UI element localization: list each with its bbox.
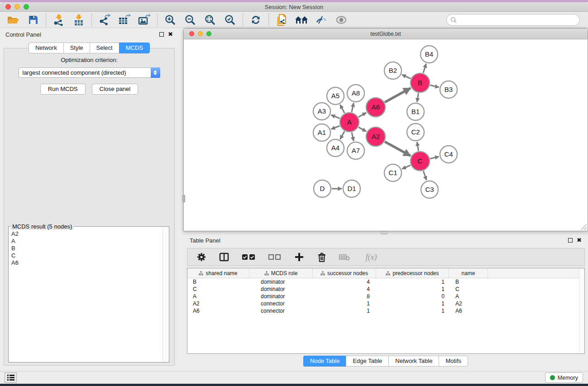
import-network-button[interactable] xyxy=(52,14,66,26)
graph-node-C3[interactable]: C3 xyxy=(421,181,438,198)
import-table-button[interactable] xyxy=(72,14,86,26)
graph-edge-A-A5[interactable] xyxy=(340,105,344,113)
graph-edge-C-C1[interactable] xyxy=(402,165,411,169)
graph-node-A1[interactable]: A1 xyxy=(313,124,330,141)
tab-style[interactable]: Style xyxy=(63,43,90,53)
graph-node-A7[interactable]: A7 xyxy=(347,142,364,159)
task-history-button[interactable] xyxy=(5,372,17,383)
graph-node-A3[interactable]: A3 xyxy=(313,103,330,120)
mcds-result-item[interactable]: A2 xyxy=(10,230,162,238)
show-columns-button[interactable] xyxy=(218,251,230,263)
zoom-in-button[interactable] xyxy=(163,14,177,26)
graph-edge-A-A3[interactable] xyxy=(331,115,339,119)
unselect-all-button[interactable] xyxy=(267,251,282,263)
panel-splitter-handle[interactable] xyxy=(381,231,387,234)
table-row[interactable]: A6connector11A6 xyxy=(187,307,584,315)
export-network-button[interactable] xyxy=(98,14,111,26)
close-panel-button[interactable]: Close panel xyxy=(92,84,139,95)
zoom-fit-button[interactable] xyxy=(203,14,217,26)
zoom-selected-button[interactable] xyxy=(223,14,237,26)
column-header-successor-nodes[interactable]: successor nodes xyxy=(313,268,376,278)
column-header-predecessor-nodes[interactable]: predecessor nodes xyxy=(376,268,449,278)
table-settings-gear-button[interactable] xyxy=(196,251,207,263)
graph-node-B[interactable]: B xyxy=(411,73,430,92)
close-table-panel-icon[interactable]: ✖ xyxy=(577,238,582,243)
graph-edge-A-A6[interactable] xyxy=(359,113,366,117)
graph-node-C1[interactable]: C1 xyxy=(384,164,402,181)
graph-node-D1[interactable]: D1 xyxy=(343,180,360,197)
open-session-button[interactable] xyxy=(6,14,20,26)
graph-edge-A-A4[interactable] xyxy=(340,131,345,139)
column-header-shared-name[interactable]: shared name xyxy=(187,268,249,278)
graph-edge-C-C4[interactable] xyxy=(430,157,439,159)
window-side-handle[interactable] xyxy=(182,195,185,202)
optimization-criterion-select[interactable]: largest connected component (directed) xyxy=(19,67,160,78)
float-panel-icon[interactable] xyxy=(159,32,164,37)
memory-button[interactable]: Memory xyxy=(545,372,583,383)
function-builder-button[interactable]: f(x) xyxy=(361,251,381,263)
close-panel-icon[interactable]: ✖ xyxy=(168,32,173,37)
tab-node-table[interactable]: Node Table xyxy=(303,356,346,367)
add-column-button[interactable] xyxy=(293,251,305,263)
home-button[interactable] xyxy=(295,14,308,26)
graph-edge-A-A8[interactable] xyxy=(352,103,354,112)
graph-edge-A-A7[interactable] xyxy=(352,132,354,141)
graph-node-B3[interactable]: B3 xyxy=(440,81,457,98)
table-scrollbar[interactable] xyxy=(579,268,584,353)
run-mcds-button[interactable]: Run MCDS xyxy=(40,84,86,95)
result-list-scrollbar[interactable] xyxy=(163,227,168,362)
graph-node-C4[interactable]: C4 xyxy=(440,146,457,163)
graph-edge-C-C2[interactable] xyxy=(417,142,418,151)
graph-node-C2[interactable]: C2 xyxy=(407,124,424,141)
tab-select[interactable]: Select xyxy=(90,43,119,53)
delete-column-button[interactable] xyxy=(316,251,328,263)
graph-node-A[interactable]: A xyxy=(340,113,359,132)
tab-network-table[interactable]: Network Table xyxy=(388,356,439,367)
tab-motifs[interactable]: Motifs xyxy=(439,356,468,367)
graph-node-B4[interactable]: B4 xyxy=(421,46,438,63)
graph-edge-A6-B[interactable] xyxy=(385,88,411,102)
select-all-button[interactable] xyxy=(241,251,256,263)
graph-edge-A2-C[interactable] xyxy=(385,142,411,156)
graph-edge-B-B2[interactable] xyxy=(402,75,411,79)
show-hide-eye-button[interactable] xyxy=(335,14,348,26)
float-table-panel-icon[interactable] xyxy=(568,238,573,243)
graph-node-A4[interactable]: A4 xyxy=(327,139,344,157)
graph-edge-B-B1[interactable] xyxy=(417,93,418,102)
search-input[interactable] xyxy=(446,14,580,26)
copy-network-button[interactable] xyxy=(275,14,288,26)
graph-node-A6[interactable]: A6 xyxy=(366,98,385,117)
graph-node-B1[interactable]: B1 xyxy=(407,103,424,120)
export-table-button[interactable] xyxy=(118,14,131,26)
zoom-out-button[interactable] xyxy=(183,14,197,26)
window-resize-grip[interactable] xyxy=(581,224,587,230)
refresh-layout-button[interactable] xyxy=(249,14,263,26)
graph-edge-A-A1[interactable] xyxy=(331,126,340,129)
tab-edge-table[interactable]: Edge Table xyxy=(346,356,388,367)
table-row[interactable]: Adominator80A xyxy=(187,293,584,300)
mcds-result-item[interactable]: A xyxy=(10,238,162,245)
graph-edge-B-B4[interactable] xyxy=(423,64,426,73)
table-row[interactable]: A2connector11A2 xyxy=(187,300,584,307)
mcds-result-item[interactable]: C xyxy=(10,252,162,259)
graph-edge-B-B3[interactable] xyxy=(430,85,439,87)
save-session-button[interactable] xyxy=(26,14,40,26)
column-header-MCDS-role[interactable]: MCDS role xyxy=(249,268,313,278)
tab-mcds[interactable]: MCDS xyxy=(119,43,150,53)
table-row[interactable]: Bdominator41B xyxy=(187,278,584,286)
graph-node-C[interactable]: C xyxy=(411,152,430,171)
network-canvas[interactable]: B4B2BB3A5A8A6A3B1AA1C2A2A4A7C4CC1C3DD1 xyxy=(184,40,587,230)
tab-network[interactable]: Network xyxy=(29,43,63,53)
graph-node-D[interactable]: D xyxy=(314,180,331,197)
graph-edge-C-C3[interactable] xyxy=(423,171,426,180)
column-header-name[interactable]: name xyxy=(449,268,488,278)
graph-node-A2[interactable]: A2 xyxy=(366,127,385,146)
mcds-result-item[interactable]: B xyxy=(10,245,162,252)
graph-node-A8[interactable]: A8 xyxy=(347,85,364,102)
graph-node-A5[interactable]: A5 xyxy=(327,87,344,105)
delete-table-button[interactable] xyxy=(339,251,350,263)
table-row[interactable]: Cdominator41C xyxy=(187,286,584,293)
toggle-graphics-details-button[interactable] xyxy=(315,14,328,26)
export-image-button[interactable] xyxy=(138,14,151,26)
graph-edge-A-A2[interactable] xyxy=(359,127,366,131)
